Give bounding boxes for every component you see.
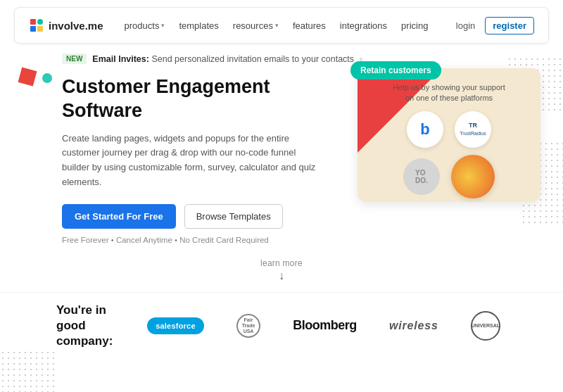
learn-more-arrow: ↓ bbox=[0, 270, 563, 282]
partner-logos: salesforce Fair TradeUSA Bloomberg wirel… bbox=[141, 311, 507, 341]
salesforce-logo: salesforce bbox=[147, 317, 204, 334]
fair-trade-logo: Fair TradeUSA bbox=[236, 314, 260, 338]
nav-pricing[interactable]: pricing bbox=[401, 20, 428, 31]
svg-rect-1 bbox=[37, 19, 43, 25]
chevron-down-icon: ▾ bbox=[275, 22, 279, 29]
nav-features[interactable]: features bbox=[293, 20, 326, 31]
announcement-text: Email Invites: Send personalized invitat… bbox=[92, 54, 354, 64]
logo[interactable]: involve.me bbox=[29, 18, 103, 33]
hero-left: Customer Engagement Software Create land… bbox=[62, 75, 358, 244]
widget-logos-row2: YODO. bbox=[403, 155, 495, 198]
salesforce-cloud-icon: salesforce bbox=[147, 317, 204, 334]
nav-templates[interactable]: templates bbox=[179, 20, 218, 31]
nav-products[interactable]: products ▾ bbox=[125, 20, 165, 31]
bloomberg-logo: Bloomberg bbox=[293, 318, 357, 333]
hero-widget: Retain customers Help us by showing your… bbox=[358, 68, 540, 202]
cta-buttons: Get Started For Free Browse Templates bbox=[62, 204, 343, 229]
widget-card: Help us by showing your supporton one of… bbox=[358, 68, 540, 202]
new-badge: NEW bbox=[62, 53, 87, 64]
nav-links: products ▾ templates resources ▾ feature… bbox=[125, 20, 456, 31]
announcement-bar[interactable]: NEW Email Invites: Send personalized inv… bbox=[62, 53, 563, 64]
chevron-down-icon: ▾ bbox=[161, 22, 165, 29]
browse-templates-button[interactable]: Browse Templates bbox=[184, 204, 283, 229]
bloomberg-text: Bloomberg bbox=[293, 318, 357, 333]
widget-logo-yo[interactable]: YODO. bbox=[403, 158, 440, 195]
learn-more-text: learn more bbox=[0, 258, 563, 268]
svg-rect-0 bbox=[30, 19, 36, 25]
widget-logo-b[interactable]: b bbox=[407, 111, 443, 148]
widget-support-text: Help us by showing your supporton one of… bbox=[393, 82, 505, 104]
logo-b-letter: b bbox=[420, 120, 429, 139]
good-company-label: You're ingood company: bbox=[56, 303, 141, 349]
widget-content: Help us by showing your supporton one of… bbox=[358, 68, 540, 202]
get-started-button[interactable]: Get Started For Free bbox=[62, 204, 176, 229]
navbar: involve.me products ▾ templates resource… bbox=[14, 7, 549, 44]
main-content: Customer Engagement Software Create land… bbox=[0, 75, 563, 244]
login-link[interactable]: login bbox=[456, 20, 475, 31]
logo-tr-text: TRTrustRadius bbox=[460, 122, 486, 137]
fair-trade-circle: Fair TradeUSA bbox=[236, 314, 260, 338]
nav-resources[interactable]: resources ▾ bbox=[233, 20, 279, 31]
hero-description: Create landing pages, widgets and popups… bbox=[62, 132, 322, 190]
svg-rect-2 bbox=[30, 26, 36, 32]
wireless-text: wireless bbox=[389, 320, 438, 332]
nav-integrations[interactable]: integrations bbox=[340, 20, 387, 31]
widget-logos-row1: b TRTrustRadius bbox=[407, 111, 491, 148]
universal-circle: UNIVERSAL bbox=[471, 311, 500, 341]
widget-logo-trustradius[interactable]: TRTrustRadius bbox=[455, 111, 491, 148]
deco-dots-bottom-left bbox=[0, 350, 56, 392]
wireless-logo: wireless bbox=[389, 320, 438, 332]
widget-logo-gradient-circle[interactable] bbox=[451, 155, 495, 198]
partner-logos-bar: You're ingood company: salesforce Fair T… bbox=[0, 292, 563, 349]
free-note: Free Forever • Cancel Anytime • No Credi… bbox=[62, 236, 343, 244]
universal-logo: UNIVERSAL bbox=[471, 311, 500, 341]
svg-rect-3 bbox=[37, 26, 43, 32]
logo-text: involve.me bbox=[49, 20, 103, 32]
page-title: Customer Engagement Software bbox=[62, 75, 343, 123]
register-button[interactable]: register bbox=[485, 17, 534, 34]
retain-customers-badge: Retain customers bbox=[350, 61, 441, 80]
logo-icon bbox=[29, 18, 44, 33]
nav-auth: login register bbox=[456, 17, 534, 34]
learn-more-section[interactable]: learn more ↓ bbox=[0, 258, 563, 282]
